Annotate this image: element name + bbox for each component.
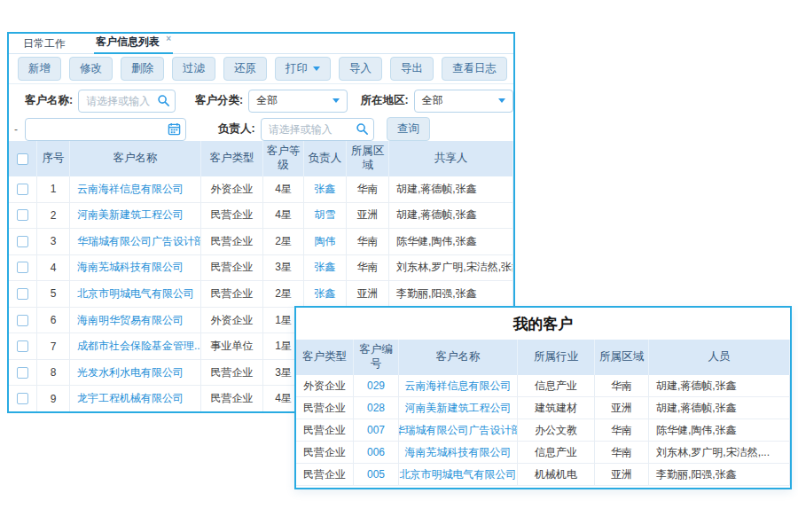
customer-name-link[interactable]: 河南美新建筑工程公司 <box>70 203 201 229</box>
customer-name-link[interactable]: 北京市明城电气有限公司 <box>399 464 518 485</box>
row-checkbox[interactable] <box>17 236 28 247</box>
table-row[interactable]: 民营企业 007 华瑞城有限公司广告设计部 办公文教 华南 陈华健,陶伟,张鑫 <box>296 419 790 442</box>
add-button[interactable]: 新增 <box>18 57 61 81</box>
row-checkbox[interactable] <box>17 367 28 379</box>
customer-name-link[interactable]: 海南芜城科技有限公司 <box>399 442 518 463</box>
category-select[interactable]: 全部 <box>248 90 348 113</box>
row-checkbox[interactable] <box>17 209 28 221</box>
customer-name-field-wrap <box>78 90 176 113</box>
table-row[interactable]: 4 海南芜城科技有限公司 民营企业 3星 张鑫 华南 刘东林,罗广明,宋洁然,张… <box>9 255 513 282</box>
restore-button[interactable]: 还原 <box>223 57 267 81</box>
owner-link[interactable]: 陶伟 <box>304 229 347 254</box>
row-checkbox[interactable] <box>17 315 28 326</box>
caret-down-icon <box>498 98 505 103</box>
customer-name-link[interactable]: 华瑞城有限公司广告设计部 <box>399 419 518 441</box>
modify-button[interactable]: 修改 <box>69 57 113 81</box>
customer-name-link[interactable]: 云南海祥信息有限公司 <box>70 176 201 202</box>
date-field-wrap <box>25 118 186 141</box>
district-select[interactable]: 全部 <box>414 90 513 113</box>
date-range-separator: - <box>14 123 18 136</box>
customer-type: 民营企业 <box>296 464 354 485</box>
print-button-label: 打印 <box>286 61 308 76</box>
customer-name-link[interactable]: 海南芜城科技有限公司 <box>70 255 201 281</box>
table-row[interactable]: 1 云南海祥信息有限公司 外资企业 4星 张鑫 华南 胡建,蒋德帧,张鑫 <box>9 176 513 203</box>
col-header-customer-level: 客户等级 <box>263 141 304 176</box>
customer-type: 事业单位 <box>201 333 263 359</box>
table-row[interactable]: 民营企业 005 北京市明城电气有限公司 机械机电 亚洲 李勤丽,阳强,张鑫 <box>296 464 790 486</box>
table-row[interactable]: 5 北京市明城电气有限公司 民营企业 2星 张鑫 亚洲 李勤丽,阳强,张鑫 <box>9 281 513 308</box>
table-row[interactable]: 民营企业 006 海南芜城科技有限公司 信息产业 华南 刘东林,罗广明,宋洁然,… <box>296 442 790 464</box>
customer-name-link[interactable]: 北京市明城电气有限公司 <box>70 281 201 307</box>
col-header-customer-type: 客户类型 <box>201 141 263 176</box>
customer-type: 民营企业 <box>296 419 354 441</box>
people: 刘东林,罗广明,宋洁然,... <box>649 442 790 463</box>
region: 华南 <box>595 419 649 441</box>
tab-customer-info-list[interactable]: 客户信息列表 × <box>94 32 173 54</box>
customer-name-link[interactable]: 云南海祥信息有限公司 <box>399 375 518 396</box>
region: 亚洲 <box>347 203 389 229</box>
shared-people: 胡建,蒋德帧,张鑫 <box>389 203 513 229</box>
table-row[interactable]: 外资企业 029 云南海祥信息有限公司 信息产业 华南 胡建,蒋德帧,张鑫 <box>296 375 790 397</box>
my-customers-header: 客户类型 客户编号 客户名称 所属行业 所属区域 人员 <box>296 340 790 375</box>
owner-link[interactable]: 张鑫 <box>304 281 347 307</box>
delete-button[interactable]: 删除 <box>121 57 164 81</box>
people: 陈华健,陶伟,张鑫 <box>649 419 790 441</box>
search-icon[interactable] <box>356 122 369 136</box>
row-checkbox[interactable] <box>17 288 28 300</box>
customer-name-link[interactable]: 成都市社会保险基金管理... <box>70 333 201 359</box>
view-log-button[interactable]: 查看日志 <box>442 57 507 81</box>
customer-code-link[interactable]: 029 <box>354 375 399 396</box>
region: 华南 <box>347 229 389 254</box>
search-icon[interactable] <box>157 94 170 107</box>
customer-type: 民营企业 <box>201 203 263 229</box>
district-label: 所在地区: <box>360 93 408 108</box>
customer-code-link[interactable]: 006 <box>354 442 399 463</box>
row-number: 9 <box>37 386 70 411</box>
caret-down-icon <box>332 98 340 103</box>
col-header-customer-name: 客户名称 <box>399 340 518 375</box>
table-row[interactable]: 3 华瑞城有限公司广告设计部 民营企业 2星 陶伟 华南 陈华健,陶伟,张鑫 <box>9 229 513 255</box>
region: 华南 <box>595 442 649 463</box>
row-checkbox[interactable] <box>17 393 28 404</box>
row-number: 8 <box>37 360 70 386</box>
table-header: 序号 客户名称 客户类型 客户等级 负责人 所属区域 共享人 <box>9 141 513 176</box>
district-value: 全部 <box>422 93 443 108</box>
row-checkbox[interactable] <box>17 340 28 352</box>
row-checkbox[interactable] <box>17 262 28 273</box>
select-all-checkbox[interactable] <box>17 153 28 165</box>
region: 华南 <box>347 255 389 281</box>
print-button[interactable]: 打印 <box>275 57 331 81</box>
shared-people: 李勤丽,阳强,张鑫 <box>389 281 513 307</box>
owner-link[interactable]: 胡雪 <box>304 203 347 229</box>
col-header-no: 序号 <box>37 141 70 176</box>
customer-name-link[interactable]: 海南明华贸易有限公司 <box>70 308 201 333</box>
customer-code-link[interactable]: 028 <box>354 397 399 419</box>
people: 胡建,蒋德帧,张鑫 <box>649 397 790 419</box>
col-header-people: 人员 <box>649 340 790 375</box>
customer-level: 2星 <box>263 229 304 254</box>
row-number: 3 <box>37 229 70 254</box>
customer-name-link[interactable]: 光发水利水电有限公司 <box>70 360 201 386</box>
customer-code-link[interactable]: 007 <box>354 419 399 441</box>
row-checkbox[interactable] <box>17 184 28 195</box>
query-button[interactable]: 查询 <box>387 117 430 141</box>
owner-link[interactable]: 张鑫 <box>304 255 347 281</box>
table-row[interactable]: 2 河南美新建筑工程公司 民营企业 4星 胡雪 亚洲 胡建,蒋德帧,张鑫 <box>9 203 513 230</box>
customer-type: 民营企业 <box>201 386 263 411</box>
import-button[interactable]: 导入 <box>339 57 382 81</box>
calendar-icon[interactable] <box>168 122 181 136</box>
filter-button[interactable]: 过滤 <box>172 57 215 81</box>
customer-name-link[interactable]: 华瑞城有限公司广告设计部 <box>70 229 201 254</box>
date-input[interactable] <box>25 118 186 141</box>
customer-name-link[interactable]: 龙宇工程机械有限公司 <box>70 386 201 411</box>
export-button[interactable]: 导出 <box>390 57 434 81</box>
owner-link[interactable]: 张鑫 <box>304 176 347 202</box>
customer-code-link[interactable]: 005 <box>354 464 399 485</box>
tab-daily-work[interactable]: 日常工作 <box>21 33 67 54</box>
customer-name-link[interactable]: 河南美新建筑工程公司 <box>399 397 518 419</box>
customer-level: 4星 <box>263 176 304 202</box>
close-icon[interactable]: × <box>166 34 171 43</box>
row-number: 6 <box>37 308 70 333</box>
panel-title: 我的客户 <box>296 308 790 340</box>
table-row[interactable]: 民营企业 028 河南美新建筑工程公司 建筑建材 亚洲 胡建,蒋德帧,张鑫 <box>296 397 790 419</box>
